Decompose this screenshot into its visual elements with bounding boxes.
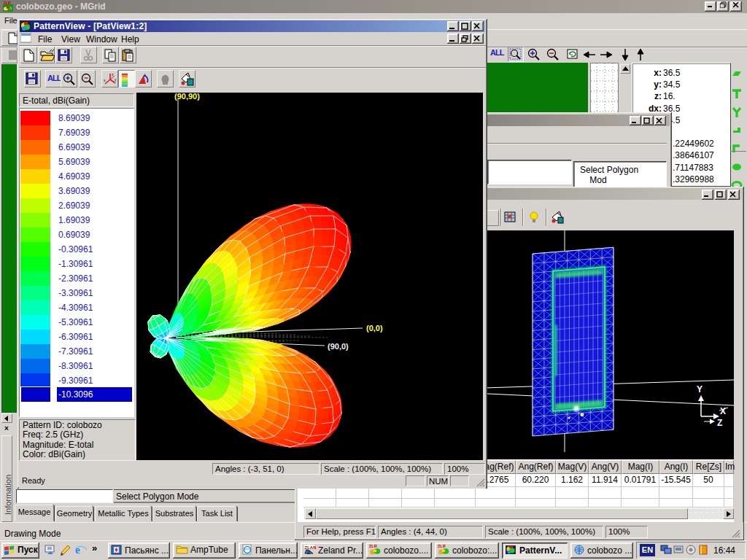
- svg-text:y: y: [115, 77, 117, 82]
- svg-text:ZLR: ZLR: [4, 1, 11, 5]
- svg-text:e: e: [75, 544, 80, 556]
- svg-text:X: X: [720, 406, 726, 416]
- svg-text:Z: Z: [307, 550, 311, 555]
- svg-text:z: z: [112, 72, 114, 77]
- svg-text:(90,90): (90,90): [174, 93, 200, 101]
- svg-text:ZLR: ZLR: [369, 544, 377, 548]
- svg-text:Z: Z: [717, 418, 722, 428]
- svg-text:ZLR: ZLR: [438, 544, 446, 548]
- svg-text:(0,0): (0,0): [366, 324, 383, 332]
- svg-text:ZLAN: ZLAN: [305, 545, 317, 550]
- svg-text:Y: Y: [697, 384, 703, 394]
- svg-text:x: x: [104, 78, 106, 82]
- svg-text:(90,0): (90,0): [328, 342, 349, 351]
